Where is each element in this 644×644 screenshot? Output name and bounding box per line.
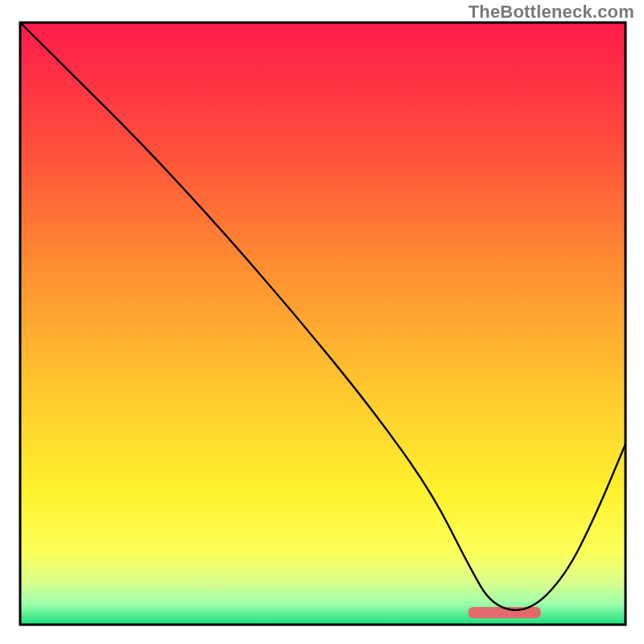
- chart-svg: [0, 0, 644, 644]
- bottleneck-chart: TheBottleneck.com: [0, 0, 644, 644]
- watermark-text: TheBottleneck.com: [469, 2, 634, 23]
- plot-area: [20, 23, 625, 625]
